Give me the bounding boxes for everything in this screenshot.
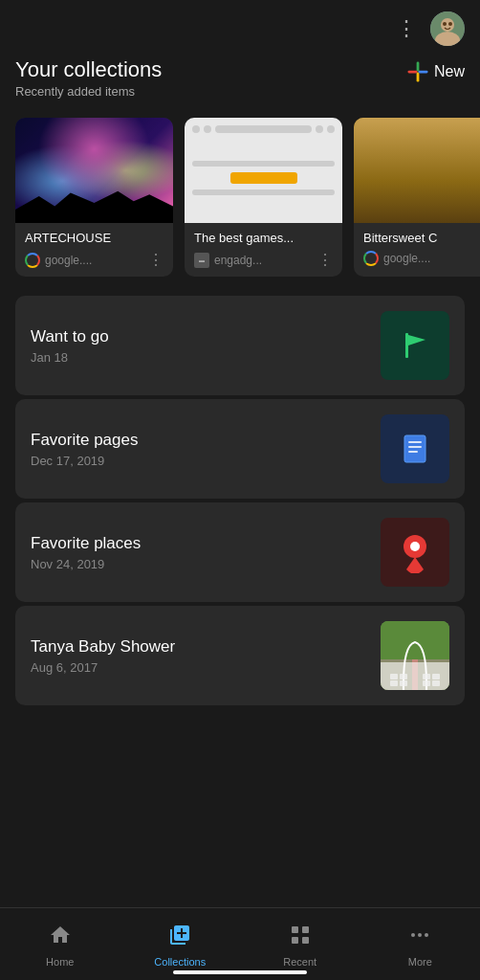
recent-cards-section: ARTECHOUSE google.... ⋮ bbox=[0, 106, 480, 288]
card-artechouse-source: google.... bbox=[25, 253, 92, 268]
engadget-icon bbox=[194, 253, 209, 268]
new-collection-button[interactable]: New bbox=[407, 57, 465, 86]
browser-dot-1 bbox=[192, 125, 200, 133]
svg-rect-31 bbox=[302, 926, 309, 933]
svg-rect-26 bbox=[400, 680, 407, 686]
flag-icon bbox=[397, 327, 433, 364]
svg-rect-32 bbox=[292, 937, 298, 944]
browser-bar bbox=[192, 125, 335, 133]
nav-collections[interactable]: Collections bbox=[120, 914, 241, 968]
collections-list: Want to go Jan 18 Favorite pages Dec 17,… bbox=[0, 288, 480, 713]
browser-line-1 bbox=[192, 161, 335, 167]
card-artechouse-more[interactable]: ⋮ bbox=[148, 251, 164, 269]
card-artechouse-image bbox=[15, 118, 173, 223]
card-bittersweet-meta: google.... bbox=[363, 251, 480, 266]
nav-recent[interactable]: Recent bbox=[240, 914, 360, 968]
card-bittersweet-title: Bittersweet C bbox=[363, 231, 480, 245]
collection-favorite-places[interactable]: Favorite places Nov 24, 2019 bbox=[15, 502, 465, 602]
browser-content bbox=[192, 141, 335, 215]
browser-button bbox=[230, 172, 297, 184]
svg-rect-18 bbox=[381, 659, 449, 690]
svg-rect-29 bbox=[412, 659, 418, 690]
browser-dot-3 bbox=[316, 125, 323, 133]
svg-point-3 bbox=[443, 22, 447, 26]
page-title: Your collections bbox=[15, 57, 162, 82]
collections-icon bbox=[168, 924, 191, 952]
card-bittersweet-source-text: google.... bbox=[383, 252, 430, 265]
pin-icon bbox=[397, 531, 433, 573]
browser-dot-2 bbox=[204, 125, 211, 133]
home-icon bbox=[49, 924, 72, 952]
card-artechouse-footer: ARTECHOUSE google.... ⋮ bbox=[15, 223, 173, 277]
card-bittersweet[interactable]: Bittersweet C google.... bbox=[354, 118, 480, 277]
svg-rect-28 bbox=[432, 680, 440, 686]
collection-want-to-go-info: Want to go Jan 18 bbox=[31, 327, 109, 365]
collection-favorite-places-date: Nov 24, 2019 bbox=[31, 557, 141, 571]
google-icon-2 bbox=[363, 251, 379, 266]
card-best-games-image bbox=[185, 118, 342, 223]
svg-point-36 bbox=[425, 933, 428, 937]
nav-recent-label: Recent bbox=[283, 956, 316, 968]
card-best-games-source: engadg... bbox=[194, 253, 262, 268]
browser-dot-4 bbox=[327, 125, 335, 133]
svg-rect-21 bbox=[390, 674, 398, 679]
collection-want-to-go-title: Want to go bbox=[31, 327, 109, 346]
document-icon bbox=[397, 431, 433, 467]
home-bar bbox=[173, 970, 307, 974]
avatar[interactable] bbox=[430, 11, 465, 46]
card-bittersweet-image bbox=[354, 118, 480, 223]
collection-want-to-go-thumb bbox=[381, 311, 449, 380]
svg-rect-12 bbox=[408, 441, 422, 443]
header-subtitle: Recently added items bbox=[15, 84, 162, 99]
svg-rect-9 bbox=[405, 333, 408, 358]
svg-rect-22 bbox=[400, 674, 407, 679]
svg-rect-25 bbox=[390, 680, 398, 686]
svg-rect-24 bbox=[432, 674, 440, 679]
svg-rect-10 bbox=[404, 435, 425, 462]
svg-rect-13 bbox=[408, 446, 422, 448]
collection-favorite-pages-date: Dec 17, 2019 bbox=[31, 454, 138, 468]
browser-search-bar bbox=[215, 125, 312, 133]
collection-favorite-pages-thumb bbox=[381, 414, 449, 483]
collection-baby-shower-info: Tanya Baby Shower Aug 6, 2017 bbox=[31, 637, 175, 675]
svg-rect-27 bbox=[423, 680, 430, 686]
top-bar: ⋮ bbox=[0, 0, 480, 54]
bottom-nav: Home Collections Recent bbox=[0, 907, 480, 980]
collection-baby-shower-title: Tanya Baby Shower bbox=[31, 637, 175, 657]
svg-point-34 bbox=[411, 933, 415, 937]
plus-icon bbox=[407, 61, 428, 82]
nav-home[interactable]: Home bbox=[0, 914, 120, 968]
collection-favorite-pages[interactable]: Favorite pages Dec 17, 2019 bbox=[15, 399, 465, 499]
collection-want-to-go[interactable]: Want to go Jan 18 bbox=[15, 296, 465, 395]
google-icon bbox=[25, 253, 40, 268]
page-header: Your collections Recently added items Ne… bbox=[0, 54, 480, 106]
new-button-label: New bbox=[434, 63, 465, 80]
baby-shower-photo bbox=[381, 621, 449, 690]
card-artechouse-title: ARTECHOUSE bbox=[25, 231, 164, 245]
card-best-games-footer: The best games... engadg... ⋮ bbox=[185, 223, 342, 277]
nav-collections-label: Collections bbox=[154, 956, 206, 968]
card-best-games-title: The best games... bbox=[194, 231, 333, 245]
collection-favorite-places-info: Favorite places Nov 24, 2019 bbox=[31, 534, 141, 571]
nav-home-label: Home bbox=[46, 956, 74, 968]
card-best-games-more[interactable]: ⋮ bbox=[317, 251, 333, 269]
nav-more-label: More bbox=[408, 956, 432, 968]
collection-baby-shower[interactable]: Tanya Baby Shower Aug 6, 2017 bbox=[15, 606, 465, 705]
svg-rect-23 bbox=[423, 674, 430, 679]
svg-point-35 bbox=[418, 933, 422, 937]
collection-favorite-pages-title: Favorite pages bbox=[31, 431, 138, 450]
card-artechouse-source-text: google.... bbox=[45, 254, 92, 267]
header-left: Your collections Recently added items bbox=[15, 57, 162, 99]
nav-more[interactable]: More bbox=[360, 914, 481, 968]
card-bittersweet-source: google.... bbox=[363, 251, 430, 266]
card-bittersweet-footer: Bittersweet C google.... bbox=[354, 223, 480, 274]
overflow-menu-icon[interactable]: ⋮ bbox=[396, 16, 419, 41]
browser-line-2 bbox=[192, 189, 335, 195]
collection-favorite-places-thumb bbox=[381, 518, 449, 587]
collection-favorite-pages-info: Favorite pages Dec 17, 2019 bbox=[31, 431, 138, 468]
card-best-games[interactable]: The best games... engadg... ⋮ bbox=[185, 118, 342, 277]
svg-rect-14 bbox=[408, 451, 418, 453]
card-artechouse[interactable]: ARTECHOUSE google.... ⋮ bbox=[15, 118, 173, 277]
more-icon bbox=[408, 924, 431, 952]
card-artechouse-meta: google.... ⋮ bbox=[25, 251, 164, 269]
